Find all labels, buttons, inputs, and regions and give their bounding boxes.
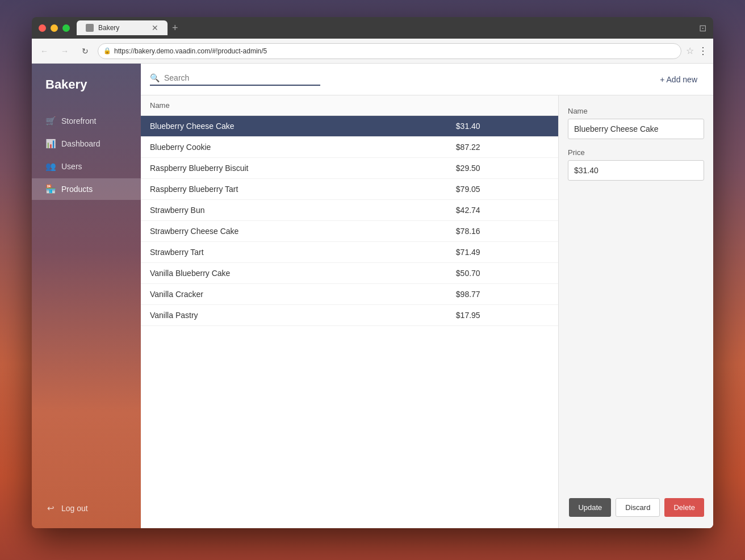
table-row[interactable]: Vanilla Pastry $17.95	[141, 305, 558, 326]
table-row[interactable]: Strawberry Cheese Cake $78.16	[141, 221, 558, 242]
toolbar: 🔍 + Add new	[141, 64, 713, 95]
maximize-window-button[interactable]	[62, 24, 70, 32]
price-field-input[interactable]	[568, 160, 704, 181]
tab-favicon-icon	[86, 24, 94, 32]
product-name-cell: Vanilla Pastry	[141, 305, 447, 326]
product-price-cell: $31.40	[447, 116, 558, 137]
browser-window: Bakery ✕ + ⊡ ← → ↻ 🔒 ☆ ⋯ Bakery 🛒	[32, 17, 713, 528]
traffic-lights	[39, 24, 70, 32]
product-price-cell: $71.49	[447, 242, 558, 263]
product-table: Name Blueberry Cheese Cake $31.40 Bluebe…	[141, 95, 558, 326]
table-row[interactable]: Vanilla Blueberry Cake $50.70	[141, 263, 558, 284]
price-field-label: Price	[568, 148, 704, 157]
tab-area: Bakery ✕ +	[77, 20, 699, 35]
discard-button[interactable]: Discard	[616, 498, 660, 517]
product-table-wrap: Name Blueberry Cheese Cake $31.40 Bluebe…	[141, 95, 559, 528]
detail-panel: Name Price Update Discard Delete	[559, 95, 713, 528]
sidebar-item-logout-label: Log out	[61, 504, 88, 513]
bookmark-icon[interactable]: ☆	[686, 45, 694, 56]
product-price-cell: $78.16	[447, 221, 558, 242]
table-row[interactable]: Raspberry Blueberry Tart $79.05	[141, 179, 558, 200]
menu-icon[interactable]: ⋯	[697, 46, 710, 56]
delete-button[interactable]: Delete	[664, 498, 704, 517]
main-content: 🔍 + Add new Name	[141, 64, 713, 528]
detail-actions: Update Discard Delete	[568, 498, 704, 517]
sidebar-item-products-label: Products	[61, 185, 93, 194]
update-button[interactable]: Update	[569, 498, 611, 517]
sidebar-item-storefront[interactable]: 🛒 Storefront	[32, 110, 141, 132]
sidebar-item-users[interactable]: 👥 Users	[32, 156, 141, 177]
lock-icon: 🔒	[103, 47, 111, 55]
product-price-cell: $17.95	[447, 305, 558, 326]
product-name-cell: Vanilla Cracker	[141, 284, 447, 305]
product-name-cell: Strawberry Cheese Cake	[141, 221, 447, 242]
product-price-cell: $79.05	[447, 179, 558, 200]
app-layout: Bakery 🛒 Storefront 📊 Dashboard 👥 Users …	[32, 64, 713, 528]
reload-button[interactable]: ↻	[77, 43, 93, 59]
product-price-cell: $29.50	[447, 158, 558, 179]
dashboard-icon: 📊	[45, 139, 56, 149]
name-field-input[interactable]	[568, 119, 704, 139]
product-name-cell: Raspberry Blueberry Biscuit	[141, 158, 447, 179]
new-tab-button[interactable]: +	[172, 22, 178, 34]
logout-icon: ↩	[45, 503, 56, 513]
back-button[interactable]: ←	[36, 43, 52, 59]
table-row[interactable]: Raspberry Blueberry Biscuit $29.50	[141, 158, 558, 179]
product-price-cell: $87.22	[447, 137, 558, 158]
products-icon: 🏪	[45, 184, 56, 194]
product-name-cell: Blueberry Cheese Cake	[141, 116, 447, 137]
col-name-header: Name	[141, 95, 447, 116]
app-logo: Bakery	[32, 77, 141, 110]
sidebar-item-dashboard-label: Dashboard	[61, 139, 101, 148]
address-wrap: 🔒	[98, 43, 681, 59]
users-icon: 👥	[45, 161, 56, 172]
search-icon: 🔍	[150, 73, 160, 82]
tab-title: Bakery	[98, 24, 119, 32]
forward-button[interactable]: →	[57, 43, 73, 59]
product-price-cell: $98.77	[447, 284, 558, 305]
sidebar-item-dashboard[interactable]: 📊 Dashboard	[32, 133, 141, 154]
search-input[interactable]	[164, 73, 320, 82]
product-name-cell: Blueberry Cookie	[141, 137, 447, 158]
table-row[interactable]: Vanilla Cracker $98.77	[141, 284, 558, 305]
col-price-header	[447, 95, 558, 116]
title-bar-controls: ⊡	[699, 23, 706, 34]
product-price-cell: $50.70	[447, 263, 558, 284]
sidebar-item-logout[interactable]: ↩ Log out	[32, 498, 141, 519]
storefront-icon: 🛒	[45, 116, 56, 126]
sidebar-item-products[interactable]: 🏪 Products	[32, 178, 141, 200]
product-name-cell: Vanilla Blueberry Cake	[141, 263, 447, 284]
search-wrap: 🔍	[150, 73, 320, 86]
sidebar-item-storefront-label: Storefront	[61, 116, 96, 126]
add-new-button[interactable]: + Add new	[653, 72, 704, 87]
sidebar-item-users-label: Users	[61, 162, 82, 171]
active-tab[interactable]: Bakery ✕	[77, 20, 168, 35]
table-row[interactable]: Strawberry Bun $42.74	[141, 200, 558, 221]
tab-close-button[interactable]: ✕	[152, 24, 158, 32]
sidebar: Bakery 🛒 Storefront 📊 Dashboard 👥 Users …	[32, 64, 141, 528]
table-header-row: Name	[141, 95, 558, 116]
address-input[interactable]	[98, 43, 681, 59]
minimize-window-button[interactable]	[51, 24, 58, 32]
cast-icon: ⊡	[699, 23, 706, 33]
table-row[interactable]: Blueberry Cheese Cake $31.40	[141, 116, 558, 137]
product-name-cell: Strawberry Bun	[141, 200, 447, 221]
close-window-button[interactable]	[39, 24, 46, 32]
address-bar: ← → ↻ 🔒 ☆ ⋯	[32, 39, 713, 64]
table-row[interactable]: Blueberry Cookie $87.22	[141, 137, 558, 158]
product-name-cell: Strawberry Tart	[141, 242, 447, 263]
name-field-label: Name	[568, 107, 704, 115]
content-area: Name Blueberry Cheese Cake $31.40 Bluebe…	[141, 95, 713, 528]
table-row[interactable]: Strawberry Tart $71.49	[141, 242, 558, 263]
sidebar-nav: 🛒 Storefront 📊 Dashboard 👥 Users 🏪 Produ…	[32, 110, 141, 498]
title-bar: Bakery ✕ + ⊡	[32, 17, 713, 39]
add-new-label: + Add new	[660, 75, 697, 84]
product-name-cell: Raspberry Blueberry Tart	[141, 179, 447, 200]
product-price-cell: $42.74	[447, 200, 558, 221]
sidebar-bottom: ↩ Log out	[32, 498, 141, 528]
